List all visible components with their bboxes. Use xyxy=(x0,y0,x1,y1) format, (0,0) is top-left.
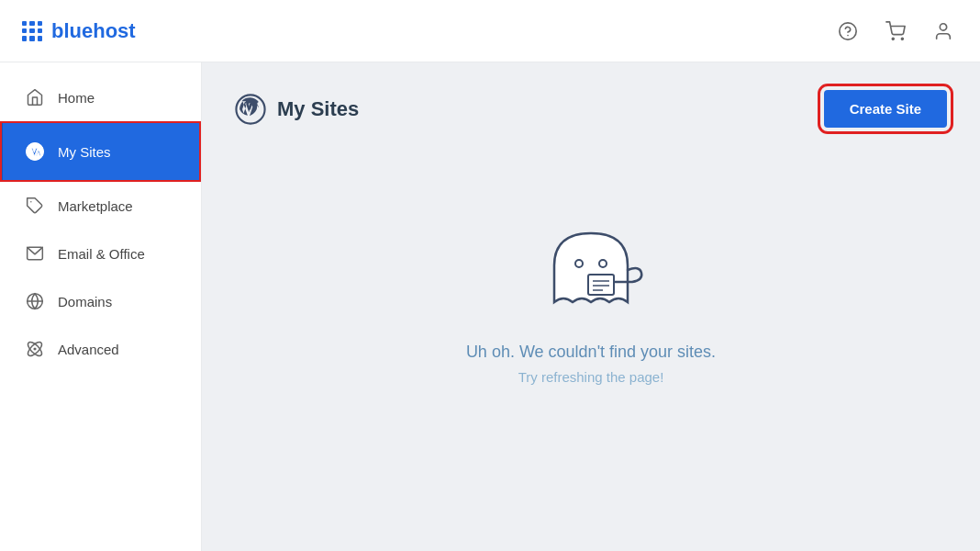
sidebar-item-label: Domains xyxy=(58,294,112,309)
user-icon[interactable] xyxy=(929,17,958,46)
ghost-illustration xyxy=(531,201,651,320)
logo-grid-icon xyxy=(22,21,42,41)
home-icon xyxy=(25,88,45,107)
sidebar-item-domains[interactable]: Domains xyxy=(0,277,201,325)
svg-rect-14 xyxy=(588,275,614,295)
header: bluehost xyxy=(0,0,980,62)
help-icon[interactable] xyxy=(833,17,863,46)
logo-text: bluehost xyxy=(51,19,136,43)
empty-state: Uh oh. We couldn't find your sites. Try … xyxy=(235,164,947,385)
mail-icon xyxy=(25,244,45,263)
sidebar-item-my-sites[interactable]: My Sites xyxy=(0,121,201,182)
create-site-button[interactable]: Create Site xyxy=(824,90,947,128)
wordpress-page-icon xyxy=(235,94,266,125)
sidebar-item-label: Home xyxy=(58,90,95,106)
sidebar-item-home[interactable]: Home xyxy=(0,73,201,121)
page-header: My Sites Create Site xyxy=(235,90,947,128)
page-title: My Sites xyxy=(277,97,359,121)
cart-icon[interactable] xyxy=(881,17,910,46)
sidebar-item-marketplace[interactable]: Marketplace xyxy=(0,182,201,230)
atom-icon xyxy=(25,340,45,358)
logo[interactable]: bluehost xyxy=(22,19,136,43)
svg-point-3 xyxy=(901,38,903,39)
main-layout: Home My Sites Marketplace xyxy=(0,62,980,551)
header-actions xyxy=(833,17,958,46)
empty-state-title: Uh oh. We couldn't find your sites. xyxy=(466,343,716,362)
sidebar-item-advanced[interactable]: Advanced xyxy=(0,325,201,373)
sidebar-item-label: My Sites xyxy=(58,144,111,160)
sidebar-item-email-office[interactable]: Email & Office xyxy=(0,230,201,277)
wordpress-icon xyxy=(25,136,45,167)
empty-state-subtitle: Try refreshing the page! xyxy=(518,369,664,385)
svg-point-4 xyxy=(940,23,946,29)
svg-point-2 xyxy=(892,38,894,39)
svg-point-10 xyxy=(34,348,36,350)
sidebar: Home My Sites Marketplace xyxy=(0,62,202,551)
sidebar-item-label: Marketplace xyxy=(58,198,133,214)
tag-icon xyxy=(25,197,45,215)
sidebar-item-label: Advanced xyxy=(58,342,119,357)
sidebar-item-label: Email & Office xyxy=(58,246,145,262)
svg-point-0 xyxy=(840,22,856,39)
page-title-row: My Sites xyxy=(235,94,359,125)
content-area: My Sites Create Site Uh oh. We couldn't xyxy=(202,62,980,551)
globe-icon xyxy=(25,292,45,310)
